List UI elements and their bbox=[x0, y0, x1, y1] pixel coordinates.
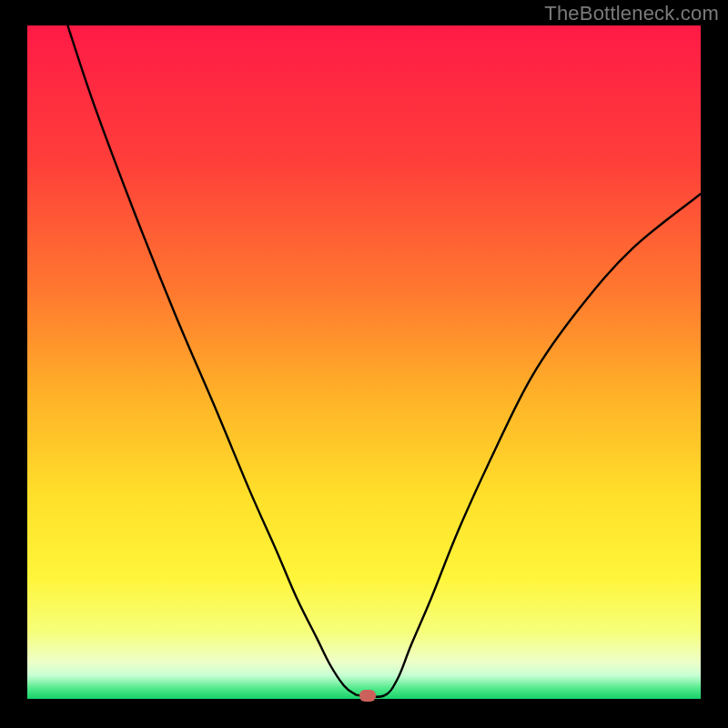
gradient-background bbox=[27, 25, 701, 699]
watermark-text: TheBottleneck.com bbox=[544, 2, 719, 25]
chart-frame: TheBottleneck.com bbox=[0, 0, 728, 728]
optimal-point-marker bbox=[359, 690, 376, 702]
plot-area bbox=[27, 25, 701, 699]
bottleneck-chart bbox=[27, 25, 701, 699]
